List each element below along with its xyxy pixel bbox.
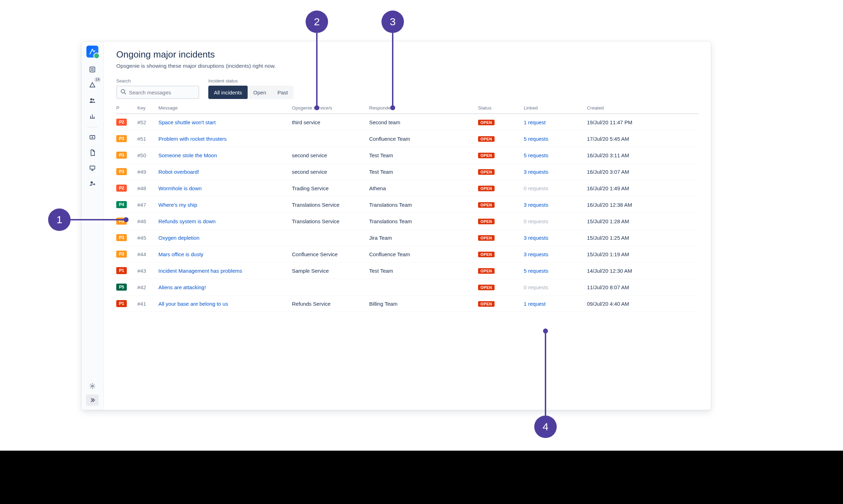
linked-requests[interactable]: 3 requests bbox=[524, 202, 587, 208]
expand-sidebar-button[interactable] bbox=[86, 394, 99, 406]
priority-badge: P4 bbox=[116, 201, 127, 208]
priority-badge: P3 bbox=[116, 168, 127, 175]
invite-icon[interactable] bbox=[85, 177, 99, 191]
project-logo[interactable] bbox=[86, 46, 98, 58]
svg-point-3 bbox=[90, 98, 92, 100]
annotation-line-4 bbox=[545, 332, 546, 416]
svg-point-17 bbox=[121, 89, 125, 93]
linked-requests[interactable]: 3 requests bbox=[524, 235, 587, 241]
seg-all-incidents[interactable]: All incidents bbox=[208, 86, 248, 99]
linked-requests[interactable]: 5 requests bbox=[524, 152, 587, 158]
col-linked[interactable]: Linked bbox=[524, 105, 587, 111]
col-message[interactable]: Message bbox=[158, 105, 292, 111]
status-badge: OPEN bbox=[478, 219, 495, 224]
svg-rect-0 bbox=[90, 67, 95, 72]
linked-requests: 0 requests bbox=[524, 284, 587, 290]
reports-icon[interactable] bbox=[85, 109, 99, 123]
responders-cell: Jira Team bbox=[369, 235, 478, 241]
annotation-dot-1 bbox=[124, 217, 129, 222]
linked-requests[interactable]: 1 request bbox=[524, 119, 587, 125]
col-priority[interactable]: P bbox=[116, 105, 137, 111]
col-status[interactable]: Status bbox=[478, 105, 524, 111]
annotation-bubble-4: 4 bbox=[534, 416, 557, 438]
col-created[interactable]: Created bbox=[587, 105, 698, 111]
created-cell: 17/Jul/20 5:45 AM bbox=[587, 136, 698, 142]
alerts-icon[interactable] bbox=[85, 78, 99, 92]
linked-requests[interactable]: 1 request bbox=[524, 301, 587, 307]
responders-cell: Translations Team bbox=[369, 202, 478, 208]
created-cell: 14/Jul/20 12:30 AM bbox=[587, 268, 698, 274]
incident-link[interactable]: Problem with rocket thrusters bbox=[158, 136, 227, 142]
incident-link[interactable]: Robot overboard! bbox=[158, 169, 199, 175]
linked-requests[interactable]: 5 requests bbox=[524, 268, 587, 274]
service-cell: third service bbox=[292, 119, 369, 125]
incident-key: #42 bbox=[137, 284, 158, 290]
incident-link[interactable]: Someone stole the Moon bbox=[158, 152, 217, 158]
annotation-bubble-2: 2 bbox=[306, 11, 328, 33]
table-row: P3#46Refunds system is downTranslations … bbox=[116, 213, 698, 230]
seg-past[interactable]: Past bbox=[272, 86, 294, 99]
incident-link[interactable]: Space shuttle won't start bbox=[158, 119, 216, 125]
search-label: Search bbox=[116, 78, 199, 84]
status-badge: OPEN bbox=[478, 285, 495, 290]
linked-requests: 0 requests bbox=[524, 185, 587, 191]
sidebar-separator bbox=[87, 127, 98, 127]
status-badge: OPEN bbox=[478, 301, 495, 307]
incident-link[interactable]: Oxygen depletion bbox=[158, 235, 200, 241]
col-responders[interactable]: Responders bbox=[369, 105, 478, 111]
priority-badge: P2 bbox=[116, 185, 127, 192]
search-input[interactable] bbox=[129, 89, 196, 95]
queues-icon[interactable] bbox=[85, 62, 99, 77]
settings-icon[interactable] bbox=[85, 379, 99, 393]
annotation-dot-3 bbox=[390, 105, 395, 110]
incident-link[interactable]: Mars office is dusty bbox=[158, 251, 203, 257]
responders-cell: Athena bbox=[369, 185, 478, 191]
svg-rect-12 bbox=[90, 166, 95, 169]
incident-link[interactable]: Aliens are attacking! bbox=[158, 284, 206, 290]
knowledge-icon[interactable] bbox=[85, 146, 99, 160]
service-cell: second service bbox=[292, 152, 369, 158]
col-key[interactable]: Key bbox=[137, 105, 158, 111]
incident-key: #45 bbox=[137, 235, 158, 241]
incident-link[interactable]: Refunds system is down bbox=[158, 218, 216, 224]
incidents-table: P Key Message Opsgenie service/s Respond… bbox=[116, 105, 698, 312]
service-cell: second service bbox=[292, 169, 369, 175]
table-row: P2#48Wormhole is downTrading ServiceAthe… bbox=[116, 180, 698, 197]
priority-badge: P3 bbox=[116, 135, 127, 142]
annotation-line-3 bbox=[392, 33, 393, 107]
page-description: Opsgenie is showing these major disrupti… bbox=[116, 63, 698, 69]
responders-cell: Confluence Team bbox=[369, 136, 478, 142]
incident-link[interactable]: Incident Management has problems bbox=[158, 268, 242, 274]
bottom-black-bar bbox=[0, 451, 843, 504]
incident-link[interactable]: Wormhole is down bbox=[158, 185, 202, 191]
svg-line-18 bbox=[124, 93, 126, 94]
priority-badge: P3 bbox=[116, 234, 127, 241]
linked-requests[interactable]: 5 requests bbox=[524, 136, 587, 142]
raise-request-icon[interactable] bbox=[85, 130, 99, 144]
svg-point-15 bbox=[91, 181, 93, 184]
channels-icon[interactable] bbox=[85, 161, 99, 175]
responders-cell: Billing Team bbox=[369, 301, 478, 307]
created-cell: 11/Jul/20 8:07 AM bbox=[587, 284, 698, 290]
created-cell: 15/Jul/20 1:19 AM bbox=[587, 251, 698, 257]
linked-requests[interactable]: 3 requests bbox=[524, 251, 587, 257]
svg-point-4 bbox=[93, 99, 94, 101]
customers-icon[interactable] bbox=[85, 93, 99, 107]
incident-key: #52 bbox=[137, 119, 158, 125]
responders-cell: Test Team bbox=[369, 169, 478, 175]
incident-key: #41 bbox=[137, 301, 158, 307]
search-input-wrapper[interactable] bbox=[116, 86, 199, 99]
priority-badge: P1 bbox=[116, 300, 127, 307]
status-segment: All incidents Open Past bbox=[208, 86, 294, 99]
incident-key: #49 bbox=[137, 169, 158, 175]
col-service[interactable]: Opsgenie service/s bbox=[292, 105, 369, 111]
annotation-bubble-1: 1 bbox=[48, 208, 71, 231]
incident-link[interactable]: All your base are belong to us bbox=[158, 301, 228, 307]
seg-open[interactable]: Open bbox=[248, 86, 272, 99]
created-cell: 16/Jul/20 3:07 AM bbox=[587, 169, 698, 175]
incident-link[interactable]: Where's my ship bbox=[158, 202, 197, 208]
linked-requests[interactable]: 3 requests bbox=[524, 169, 587, 175]
table-row: P3#49Robot overboard!second serviceTest … bbox=[116, 164, 698, 180]
created-cell: 15/Jul/20 1:25 AM bbox=[587, 235, 698, 241]
status-badge: OPEN bbox=[478, 186, 495, 191]
